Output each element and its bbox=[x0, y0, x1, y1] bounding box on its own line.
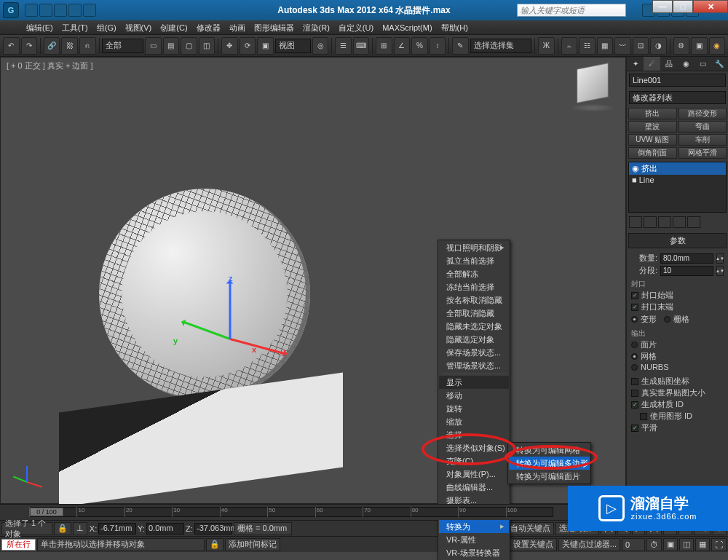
ribbon-icon[interactable]: ▦ bbox=[597, 37, 614, 55]
spinner-snap-icon[interactable]: ↕ bbox=[430, 37, 446, 55]
ctx-sub-item[interactable]: 转换为可编辑多边形 bbox=[509, 457, 590, 470]
qat-open-icon[interactable] bbox=[39, 4, 52, 17]
layer-indicator[interactable]: 所在行 bbox=[1, 539, 36, 551]
angle-snap-icon[interactable]: ∠ bbox=[394, 37, 411, 55]
minimize-button[interactable]: — bbox=[652, 0, 673, 13]
manip-icon[interactable]: ☰ bbox=[335, 37, 352, 55]
ctx-item[interactable]: 全部解冻 bbox=[439, 267, 509, 280]
ctx-item[interactable]: 隐藏未选定对象 bbox=[439, 320, 509, 333]
rollout-parameters[interactable]: 参数 bbox=[628, 233, 727, 248]
spinner-arrows[interactable]: ▲▼ bbox=[716, 253, 724, 264]
viewport-label[interactable]: [ + 0 正交 ] 真实 + 边面 ] bbox=[7, 60, 93, 71]
modifier-btn[interactable]: UVW 贴图 bbox=[628, 134, 677, 146]
schematic-icon[interactable]: ⊡ bbox=[633, 37, 649, 55]
ctx-item[interactable]: 冻结当前选择 bbox=[439, 280, 509, 293]
scene-object[interactable]: x y z bbox=[59, 167, 350, 487]
checkbox[interactable]: ✓ bbox=[631, 401, 638, 409]
key-filters-button[interactable]: 关键点过滤器... bbox=[558, 538, 620, 551]
modifier-stack[interactable]: ◉ 挤出■ Line bbox=[628, 162, 727, 213]
unique-icon[interactable] bbox=[658, 216, 671, 228]
ctx-item[interactable]: 对象属性(P)... bbox=[439, 468, 509, 481]
radio[interactable] bbox=[631, 342, 638, 348]
align-icon[interactable]: ⫠ bbox=[561, 37, 578, 55]
modifier-btn[interactable]: 弯曲 bbox=[678, 121, 727, 133]
ctx-item[interactable]: VR-场景转换器 bbox=[439, 546, 509, 559]
modifier-btn[interactable]: 路径变形 bbox=[678, 108, 727, 119]
ctx-item[interactable]: 视口照明和阴影 bbox=[439, 241, 509, 254]
modifier-list-combo[interactable]: 修改器列表 bbox=[629, 91, 726, 104]
checkbox[interactable] bbox=[631, 378, 638, 385]
close-button[interactable]: ✕ bbox=[693, 0, 728, 13]
keymode-icon[interactable]: ⌨ bbox=[353, 37, 370, 55]
nav-fov-icon[interactable]: ◫ bbox=[679, 538, 694, 551]
view-cube-icon[interactable] bbox=[577, 63, 608, 103]
ctx-item[interactable]: 旋转 bbox=[439, 402, 509, 415]
modifier-btn[interactable]: 壁波 bbox=[628, 121, 677, 133]
maximize-button[interactable]: □ bbox=[673, 0, 693, 13]
ctx-item[interactable]: 转换为 bbox=[439, 520, 509, 533]
qat-save-icon[interactable] bbox=[54, 4, 67, 17]
frame-field[interactable]: 0 bbox=[622, 538, 645, 551]
modifier-btn[interactable]: 网格平滑 bbox=[678, 147, 727, 159]
mirror-icon[interactable]: Ж bbox=[538, 37, 555, 55]
app-icon[interactable]: G bbox=[3, 2, 19, 18]
checkbox[interactable]: ✓ bbox=[631, 292, 638, 299]
checkbox[interactable] bbox=[631, 390, 638, 397]
named-sel-icon[interactable]: ✎ bbox=[452, 37, 469, 55]
window-crossing-icon[interactable]: ◫ bbox=[199, 37, 215, 55]
move-gizmo[interactable]: x y z bbox=[186, 294, 274, 382]
checkbox[interactable]: ✓ bbox=[631, 304, 638, 311]
menu-视图(V)[interactable]: 视图(V) bbox=[121, 20, 157, 35]
help-search-input[interactable] bbox=[517, 4, 626, 17]
modifier-btn[interactable]: 挤出 bbox=[628, 108, 677, 119]
gizmo-z-axis[interactable] bbox=[229, 281, 232, 339]
menu-图形编辑器[interactable]: 图形编辑器 bbox=[250, 20, 298, 35]
lock-selection-icon[interactable]: 🔒 bbox=[206, 538, 223, 551]
ctx-item[interactable]: 按名称取消隐藏 bbox=[439, 293, 509, 307]
ctx-item[interactable]: 克隆(C) bbox=[439, 454, 509, 468]
ctx-sub-item[interactable]: 转换为可编辑网格 bbox=[509, 443, 590, 457]
gizmo-y-axis[interactable] bbox=[182, 320, 231, 340]
setkey-button[interactable]: 设置关键点 bbox=[510, 538, 557, 551]
ctx-item[interactable]: 选择类似对象(S) bbox=[439, 441, 509, 454]
nav-max-icon[interactable]: ⛶ bbox=[711, 538, 727, 551]
snap-icon[interactable]: ⊞ bbox=[376, 37, 392, 55]
radio[interactable] bbox=[631, 353, 638, 360]
bind-icon[interactable]: ⎌ bbox=[79, 37, 96, 55]
menu-渲染(R)[interactable]: 渲染(R) bbox=[298, 20, 334, 35]
rect-select-icon[interactable]: ▢ bbox=[181, 37, 197, 55]
menu-创建(C)[interactable]: 创建(C) bbox=[156, 20, 191, 35]
link-icon[interactable]: 🔗 bbox=[44, 37, 60, 55]
ctx-item[interactable]: 保存场景状态... bbox=[439, 346, 509, 359]
ref-coord-combo[interactable]: 视图 bbox=[275, 39, 311, 53]
qat-redo-icon[interactable] bbox=[83, 4, 96, 17]
radio[interactable] bbox=[631, 316, 638, 323]
selection-filter-combo[interactable]: 全部 bbox=[102, 39, 143, 53]
tab-motion-icon[interactable]: ◉ bbox=[678, 57, 695, 71]
unlink-icon[interactable]: ⛓ bbox=[61, 37, 78, 55]
amount-input[interactable]: 80.0mm bbox=[660, 253, 713, 264]
ctx-item[interactable]: 曲线编辑器... bbox=[439, 481, 509, 494]
menu-自定义(U)[interactable]: 自定义(U) bbox=[334, 20, 378, 35]
time-config-icon[interactable]: ⏱ bbox=[646, 538, 662, 551]
select-name-icon[interactable]: ▤ bbox=[163, 37, 180, 55]
ctx-item[interactable]: 孤立当前选择 bbox=[439, 254, 509, 267]
nav-region-icon[interactable]: ▦ bbox=[695, 538, 710, 551]
autokey-button[interactable]: 自动关键点 bbox=[507, 522, 554, 535]
radio[interactable] bbox=[631, 364, 638, 371]
ctx-sub-item[interactable]: 转换为可编辑面片 bbox=[509, 470, 590, 483]
qat-undo-icon[interactable] bbox=[68, 4, 82, 17]
checkbox[interactable] bbox=[640, 413, 647, 420]
remove-mod-icon[interactable] bbox=[673, 216, 686, 228]
pin-stack-icon[interactable] bbox=[629, 216, 642, 228]
tab-display-icon[interactable]: ▭ bbox=[695, 57, 711, 71]
menu-编辑(E)[interactable]: 编辑(E) bbox=[22, 20, 58, 35]
spinner-arrows[interactable]: ▲▼ bbox=[716, 266, 724, 276]
checkbox[interactable]: ✓ bbox=[631, 425, 638, 432]
pivot-icon[interactable]: ◎ bbox=[312, 37, 329, 55]
ctx-item[interactable]: 全部取消隐藏 bbox=[439, 307, 509, 320]
radio[interactable] bbox=[664, 316, 670, 323]
modifier-btn[interactable]: 倒角剖面 bbox=[628, 147, 677, 159]
menu-动画[interactable]: 动画 bbox=[225, 20, 250, 35]
add-time-tag[interactable]: 添加时间标记 bbox=[225, 538, 280, 551]
